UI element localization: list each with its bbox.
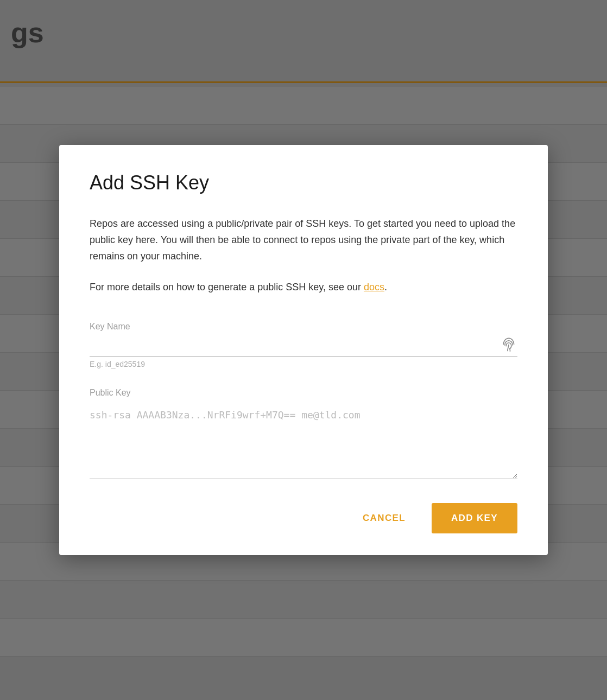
description-2-prefix: For more details on how to generate a pu…	[90, 282, 364, 292]
modal-description-2: For more details on how to generate a pu…	[90, 279, 517, 296]
modal-title: Add SSH Key	[90, 171, 517, 194]
add-key-button[interactable]: ADD KEY	[432, 503, 517, 533]
public-key-textarea[interactable]	[90, 403, 517, 479]
key-name-field-group: Key Name	[90, 322, 517, 368]
fingerprint-icon	[500, 335, 517, 357]
cancel-button[interactable]: CANCEL	[350, 504, 419, 532]
docs-link[interactable]: docs	[364, 282, 384, 292]
fingerprint-svg	[500, 335, 517, 353]
modal-overlay: Add SSH Key Repos are accessed using a p…	[0, 0, 607, 700]
key-name-label: Key Name	[90, 322, 517, 332]
description-2-suffix: .	[384, 282, 387, 292]
modal-footer: CANCEL ADD KEY	[90, 503, 517, 533]
public-key-label: Public Key	[90, 388, 517, 398]
modal-description-1: Repos are accessed using a public/privat…	[90, 216, 517, 264]
key-name-input[interactable]	[90, 336, 517, 357]
key-name-hint: E.g. id_ed25519	[90, 360, 517, 368]
key-name-input-wrapper	[90, 336, 517, 357]
modal-dialog: Add SSH Key Repos are accessed using a p…	[59, 145, 548, 555]
public-key-field-group: Public Key	[90, 388, 517, 481]
